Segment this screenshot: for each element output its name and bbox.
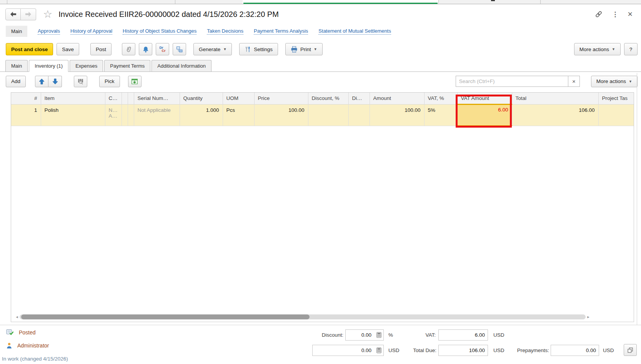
prepayments-label: Prepayments: xyxy=(508,345,549,356)
tab-inventory[interactable]: Inventory (1) xyxy=(29,60,68,72)
overlapping-windows-icon xyxy=(627,347,633,353)
cell-vat-amount[interactable]: 6.00 xyxy=(457,104,512,126)
move-down-button[interactable] xyxy=(48,76,62,87)
barcode-scan-button[interactable] xyxy=(74,76,87,87)
cell-vat-pct[interactable]: 5% xyxy=(424,104,457,126)
workflow-status[interactable]: In work (changed 4/15/2026) xyxy=(2,356,68,362)
more-menu-icon[interactable]: ⋮ xyxy=(612,10,618,18)
scrollbar-thumb[interactable] xyxy=(21,314,310,319)
dropdown-caret-icon: ▼ xyxy=(314,47,317,51)
col-header-characteristic[interactable]: C… xyxy=(105,93,122,104)
tab-divider xyxy=(175,0,175,4)
search-input[interactable] xyxy=(456,76,568,87)
cell-price[interactable]: 100.00 xyxy=(254,104,308,126)
tab-main[interactable]: Main xyxy=(5,60,28,71)
search-clear-button[interactable]: × xyxy=(568,76,580,87)
document-structure-button[interactable] xyxy=(173,43,186,55)
col-header-item[interactable]: Item xyxy=(41,93,105,104)
col-header-number[interactable]: # xyxy=(11,93,41,104)
inventory-grid: # Item C… Serial Num… Quantity UOM Price… xyxy=(11,93,634,126)
col-header-serial-numbers[interactable]: Serial Num… xyxy=(134,93,180,104)
tab-payment-terms[interactable]: Payment Terms xyxy=(104,60,150,71)
table-toolbar: Add Pick xyxy=(0,72,641,88)
col-header-amount[interactable]: Amount xyxy=(370,93,424,104)
forward-button[interactable] xyxy=(21,8,36,20)
nav-link-taken-decisions[interactable]: Taken Decisions xyxy=(207,28,243,35)
cell-project-task[interactable] xyxy=(598,104,634,126)
discount-calculator-button[interactable] xyxy=(374,329,384,341)
dropdown-caret-icon: ▼ xyxy=(612,47,615,51)
scrollbar-track[interactable] xyxy=(20,314,586,319)
cell-item[interactable]: Polish xyxy=(41,104,105,126)
print-button[interactable]: Print▼ xyxy=(285,43,323,55)
footer-panel: Posted Administrator In work (changed 4/… xyxy=(0,325,641,364)
close-icon[interactable]: × xyxy=(628,10,633,18)
col-header-total[interactable]: Total xyxy=(512,93,598,104)
cell-quantity[interactable]: 1.000 xyxy=(180,104,223,126)
nav-item-main[interactable]: Main xyxy=(6,26,27,37)
link-icon[interactable] xyxy=(595,10,603,18)
cell-characteristic[interactable]: N… A… xyxy=(105,104,122,126)
dr-cr-accounting-button[interactable]: DrCr xyxy=(156,43,169,55)
scroll-right-icon[interactable]: ▸ xyxy=(586,314,591,319)
col-header-quantity[interactable]: Quantity xyxy=(180,93,223,104)
header-icons: ⋮ × xyxy=(595,10,636,18)
attachments-button[interactable] xyxy=(122,43,135,55)
nav-link-statement-of-mutual-settlements[interactable]: Statement of Mutual Settlements xyxy=(318,28,391,35)
nav-link-payment-terms-analysis[interactable]: Payment Terms Analysis xyxy=(254,28,308,35)
tab-expenses[interactable]: Expenses xyxy=(70,60,103,71)
cell-discount-pct[interactable] xyxy=(308,104,348,126)
settings-button[interactable]: Settings xyxy=(239,43,278,55)
col-header-vat-amount[interactable]: VAT Amount xyxy=(457,93,512,104)
help-button[interactable]: ? xyxy=(624,43,638,55)
col-header-discount-pct[interactable]: Discount, % xyxy=(308,93,348,104)
post-button[interactable]: Post xyxy=(90,43,112,55)
cell-number[interactable]: 1 xyxy=(11,104,41,126)
col-header-price[interactable]: Price xyxy=(254,93,308,104)
cell-uom[interactable]: Pcs xyxy=(223,104,254,126)
posted-status[interactable]: Posted xyxy=(6,329,36,336)
cell-amount[interactable]: 100.00 xyxy=(370,104,424,126)
bell-icon xyxy=(143,46,149,53)
add-row-button[interactable]: Add xyxy=(6,76,26,87)
table-more-actions-button[interactable]: More actions▼ xyxy=(591,76,638,87)
nav-link-history-of-object-status-changes[interactable]: History of Object Status Changes xyxy=(123,28,196,35)
col-header-blank-1[interactable] xyxy=(122,93,128,104)
save-button[interactable]: Save xyxy=(57,43,79,55)
more-actions-button[interactable]: More actions▼ xyxy=(574,43,621,55)
col-header-blank-2[interactable] xyxy=(128,93,134,104)
author-status[interactable]: Administrator xyxy=(6,342,49,349)
load-from-file-button[interactable] xyxy=(128,76,142,87)
cell-blank-2[interactable] xyxy=(128,104,134,126)
col-header-vat-pct[interactable]: VAT, % xyxy=(424,93,457,104)
col-header-uom[interactable]: UOM xyxy=(223,93,254,104)
cell-discount[interactable] xyxy=(348,104,370,126)
vat-total-input[interactable] xyxy=(438,329,488,341)
forward-arrow-icon xyxy=(25,12,32,17)
cell-total[interactable]: 106.00 xyxy=(512,104,598,126)
cell-serial-numbers[interactable]: Not Applicable xyxy=(134,104,180,126)
open-settlements-button[interactable] xyxy=(624,344,637,356)
nav-link-approvals[interactable]: Approvals xyxy=(38,28,60,35)
command-toolbar: Post and close Save Post DrCr Generate▼ … xyxy=(0,38,641,59)
nav-link-history-of-approval[interactable]: History of Approval xyxy=(70,28,112,35)
prepayments-input[interactable] xyxy=(551,345,599,356)
total-due-input[interactable] xyxy=(438,345,488,356)
tab-additional-information[interactable]: Additional Information xyxy=(152,60,211,71)
back-button[interactable] xyxy=(5,8,21,20)
scroll-left-icon[interactable]: ◂ xyxy=(14,314,20,319)
col-header-discount[interactable]: Di… xyxy=(348,93,370,104)
move-up-button[interactable] xyxy=(35,76,48,87)
pick-button[interactable]: Pick xyxy=(99,76,120,87)
inventory-table: # Item C… Serial Num… Quantity UOM Price… xyxy=(11,92,634,322)
post-and-close-button[interactable]: Post and close xyxy=(6,43,53,55)
document-amount-input[interactable] xyxy=(312,345,375,356)
col-header-project-task[interactable]: Project Tas xyxy=(598,93,634,104)
cell-blank-1[interactable] xyxy=(122,104,128,126)
discount-input[interactable] xyxy=(345,329,375,341)
total-due-label: Total Due: xyxy=(400,345,436,356)
generate-button[interactable]: Generate▼ xyxy=(193,43,232,55)
reminder-button[interactable] xyxy=(139,43,152,55)
favorite-star-icon[interactable]: ☆ xyxy=(43,9,52,20)
amount-calculator-button[interactable] xyxy=(374,345,384,356)
